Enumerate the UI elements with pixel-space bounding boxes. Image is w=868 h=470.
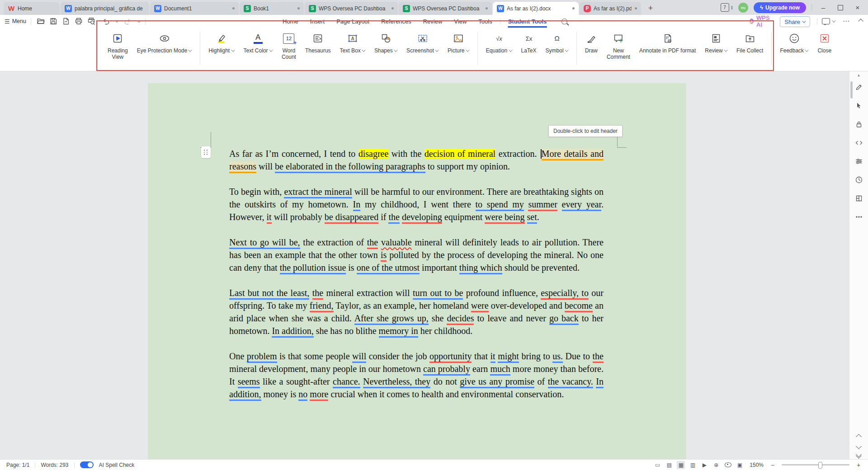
new-comment-button[interactable]: NewComment — [602, 28, 635, 60]
chevron-down-icon — [189, 48, 192, 52]
ribbon-tab-page-layout[interactable]: Page Layout — [330, 15, 375, 28]
window-tab-wps-oversea-pc-dashboa[interactable]: SWPS Oversea PC Dashboa — [399, 2, 492, 15]
window-tab-wps-oversea-pc-dashboa[interactable]: SWPS Oversea PC Dashboa — [305, 2, 398, 15]
ribbon-tab-view[interactable]: View — [448, 15, 472, 28]
undo-dropdown-icon[interactable] — [115, 19, 118, 22]
more-icon[interactable] — [853, 211, 865, 223]
jump-down-button[interactable] — [857, 454, 861, 456]
ai-spell-check-toggle[interactable] — [80, 461, 94, 468]
ribbon-tab-insert[interactable]: Insert — [304, 15, 331, 28]
read-mode-icon[interactable]: ▶ — [700, 461, 708, 469]
search-icon[interactable] — [561, 19, 567, 24]
latex-button[interactable]: ΣxLaTeX — [517, 28, 541, 54]
review-button[interactable]: Review — [700, 28, 732, 54]
zoom-slider-thumb[interactable] — [818, 462, 822, 469]
text-run: As far as I’m concerned, I tend to — [229, 149, 359, 159]
print-preview-icon[interactable] — [86, 16, 96, 26]
text-run: will — [256, 161, 275, 171]
annotate-pdf-icon: P — [662, 31, 674, 46]
annotate-in-pdf-format-button[interactable]: PAnnotate in PDF format — [635, 28, 700, 54]
zoom-out-button[interactable]: − — [769, 461, 776, 469]
layout-icon[interactable] — [853, 193, 865, 204]
zoom-level: 150% — [750, 462, 764, 468]
window-tab-document1[interactable]: WDocument1 — [150, 2, 239, 15]
minimize-button[interactable]: – — [817, 4, 829, 11]
code-icon[interactable] — [853, 137, 865, 149]
draw-button[interactable]: Draw — [580, 28, 602, 54]
export-pdf-icon[interactable] — [61, 16, 71, 26]
highlight-button[interactable]: Highlight — [204, 28, 239, 54]
collapse-ribbon-button[interactable] — [859, 15, 863, 28]
screenshot-button[interactable]: Screenshot — [402, 28, 443, 54]
feedback-button[interactable]: Feedback — [775, 28, 813, 54]
window-tab-home[interactable]: WHome — [4, 2, 60, 15]
comment-icon — [822, 18, 830, 24]
print-icon[interactable] — [74, 16, 84, 26]
document-paragraph: Last but not the least, the mineral extr… — [229, 287, 604, 337]
adjust-icon[interactable] — [853, 155, 865, 167]
text-color-button[interactable]: AText Color — [239, 28, 277, 54]
reading-view-button[interactable]: ReadingView — [103, 28, 132, 60]
window-tab-book1[interactable]: SBook1 — [240, 2, 304, 15]
ribbon-tab-review[interactable]: Review — [417, 15, 448, 28]
window-tab-as-far-as-i-2-pdf[interactable]: PAs far as I(2).pdf — [580, 2, 641, 15]
main-menu-button[interactable]: ☰Menu — [5, 18, 26, 25]
history-icon[interactable] — [853, 174, 865, 186]
ribbon-tab-references[interactable]: References — [375, 15, 417, 28]
web-layout-icon[interactable]: ⊕ — [712, 461, 720, 469]
document-page[interactable]: Double-click to edit header As far as I’… — [148, 83, 686, 459]
text-box-button[interactable]: AText Box — [335, 28, 370, 54]
select-icon[interactable] — [853, 100, 865, 112]
chevron-down-icon — [509, 48, 512, 52]
book-view-icon[interactable]: ▤ — [665, 461, 673, 469]
lock-icon[interactable] — [853, 118, 865, 130]
redo-button[interactable] — [123, 16, 133, 26]
fit-page-icon[interactable]: ▭ — [653, 461, 661, 469]
tab-count-badge[interactable]: 7 — [721, 3, 729, 12]
ribbon-tab-tools[interactable]: Tools — [472, 15, 498, 28]
print-layout-icon[interactable]: ▦ — [677, 461, 685, 469]
sheet-icon: S — [244, 5, 251, 12]
new-tab-button[interactable]: + — [645, 2, 656, 14]
symbol-button[interactable]: ΩSymbol — [541, 28, 573, 54]
window-tab-as-far-as-i-2-docx[interactable]: WAs far as I(2).docx — [493, 2, 579, 15]
open-file-icon[interactable] — [36, 16, 46, 26]
divider — [817, 18, 817, 24]
more-options-button[interactable]: ⋯ — [843, 15, 850, 28]
upgrade-button[interactable]: ϟUpgrade now — [754, 2, 806, 13]
close-button[interactable]: Close — [813, 28, 836, 54]
picture-button[interactable]: Picture — [443, 28, 474, 54]
window-tab-palabra-principal-gr-fica-de[interactable]: Wpalabra principal_ gráfica de — [61, 2, 149, 15]
comments-button[interactable] — [822, 15, 835, 28]
shapes-button[interactable]: Shapes — [370, 28, 402, 54]
next-page-button[interactable] — [856, 443, 862, 449]
thesaurus-button[interactable]: Thesaurus — [301, 28, 335, 54]
pen-icon[interactable] — [853, 81, 865, 93]
zoom-in-button[interactable]: + — [855, 461, 862, 469]
ribbon-tab-home[interactable]: Home — [277, 15, 304, 28]
full-screen-icon[interactable]: ▣ — [736, 461, 744, 469]
ribbon-button-label: LaTeX — [521, 47, 537, 54]
word-count-button[interactable]: 12+WordCount — [277, 28, 301, 60]
scroll-up-button[interactable]: ▲ — [849, 73, 868, 77]
save-icon[interactable] — [48, 16, 58, 26]
undo-button[interactable] — [101, 16, 111, 26]
user-avatar[interactable]: eu — [738, 3, 748, 13]
eye-protection-icon[interactable] — [724, 461, 732, 469]
eye-protection-mode-button[interactable]: Eye Protection Mode — [132, 28, 197, 54]
previous-page-button[interactable] — [856, 434, 862, 440]
file-collect-button[interactable]: File Collect — [732, 28, 768, 54]
toolbar-more-icon[interactable] — [137, 19, 141, 22]
multi-page-icon[interactable]: ▥ — [689, 461, 697, 469]
text-run: she — [429, 313, 447, 323]
wps-ai-button[interactable]: WPS AI — [750, 15, 771, 28]
paragraph-drag-handle[interactable] — [201, 146, 211, 158]
ribbon-tab-student-tools[interactable]: Student Tools — [502, 15, 553, 28]
underlined-text: is — [381, 250, 387, 262]
zoom-slider[interactable] — [782, 464, 849, 465]
equation-button[interactable]: √xEquation — [481, 28, 517, 54]
chevron-down-icon — [724, 48, 727, 52]
close-window-button[interactable]: × — [852, 4, 863, 11]
restore-button[interactable] — [835, 5, 846, 10]
share-button[interactable]: Share — [780, 16, 810, 27]
